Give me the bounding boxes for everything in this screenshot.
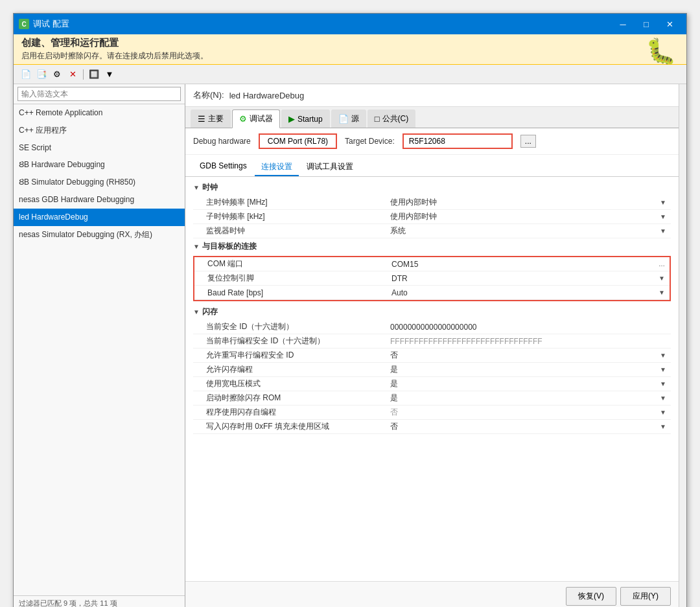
toolbar-delete-button[interactable]: ✕ (65, 67, 80, 82)
prop-name-wide-voltage: 使用宽电压模式 (193, 377, 388, 391)
group-header-clock[interactable]: ▼ 时钟 (193, 179, 671, 196)
hardware-value: COM Port (RL78) (259, 133, 337, 149)
config-name-value: led HardwareDebug (229, 91, 305, 100)
restore-button[interactable]: 恢复(V) (566, 587, 616, 606)
tab-common[interactable]: □ 公共(C) (368, 109, 416, 128)
prop-value-current-security-id: 00000000000000000000 (388, 321, 655, 333)
prop-value-main-clock: 使用内部时钟 (388, 196, 655, 209)
settings-tab-tools[interactable]: 调试工具设置 (300, 159, 360, 176)
prop-arrow-self-prog[interactable]: ▼ (655, 409, 671, 416)
bug-icon: 🐛 (646, 37, 676, 65)
sidebar-item-nesas-sim[interactable]: nesas Simulator Debugging (RX, 办组) (14, 226, 185, 244)
group-label-connection: 与目标板的连接 (202, 241, 257, 252)
sidebar-filter-area (14, 84, 185, 104)
sidebar-item-ob-hw-debug[interactable]: ȢB Hardware Debugging (14, 156, 185, 174)
apply-button[interactable]: 应用(Y) (620, 587, 671, 606)
prop-arrow-watchdog-clock[interactable]: ▼ (655, 227, 671, 235)
prop-name-serial-security-id: 当前串行编程安全 ID（十六进制） (193, 334, 388, 348)
window-icon: C (19, 19, 29, 29)
info-bar-title: 创建、管理和运行配置 (21, 37, 679, 49)
tab-common-label: 公共(C) (382, 113, 409, 124)
tab-startup-label: Startup (298, 115, 323, 124)
tab-common-icon: □ (375, 114, 380, 124)
sidebar-filter-input[interactable] (18, 87, 181, 101)
prop-arrow-allow-flash-prog[interactable]: ▼ (655, 366, 671, 373)
sidebar-item-led-hw-debug[interactable]: led HardwareDebug (14, 209, 185, 226)
prop-value-serial-security-id: FFFFFFFFFFFFFFFFFFFFFFFFFFFFFFFF (388, 336, 655, 347)
prop-arrow-sub-clock[interactable]: ▼ (655, 213, 671, 220)
group-header-flash[interactable]: ▼ 闪存 (193, 304, 671, 320)
prop-arrow-wide-voltage[interactable]: ▼ (655, 380, 671, 387)
prop-name-fill-ff: 写入闪存时用 0xFF 填充未使用区域 (193, 420, 388, 433)
prop-value-allow-flash-prog: 是 (388, 363, 655, 376)
prop-row-current-security-id: 当前安全 ID（十六进制） 00000000000000000000 (193, 320, 671, 334)
group-header-connection[interactable]: ▼ 与目标板的连接 (193, 238, 671, 255)
prop-name-main-clock: 主时钟频率 [MHz] (193, 196, 388, 209)
prop-row-watchdog-clock: 监视器时钟 系统 ▼ (193, 224, 671, 238)
prop-arrow-erase-on-start[interactable]: ▼ (655, 395, 671, 402)
prop-row-reset-pin: 复位控制引脚 DTR ▼ (194, 271, 670, 286)
settings-tab-gdb[interactable]: GDB Settings (193, 159, 253, 176)
connection-highlight-box: COM 端口 COM15 … 复位控制引脚 DTR ▼ Baud Rate [b… (193, 256, 671, 301)
prop-name-com-port: COM 端口 (194, 257, 389, 271)
toolbar-filter-button[interactable]: 🔲 (87, 67, 101, 82)
settings-tab-connection[interactable]: 连接设置 (255, 159, 299, 176)
sidebar-item-ob-sim-debug[interactable]: ȢB Simulator Debugging (RH850) (14, 174, 185, 191)
prop-row-main-clock: 主时钟频率 [MHz] 使用内部时钟 ▼ (193, 196, 671, 210)
toolbar-dropdown-button[interactable]: ▼ (102, 67, 117, 82)
minimize-button[interactable]: ─ (611, 16, 635, 32)
close-window-button[interactable]: ✕ (658, 16, 681, 32)
tab-main-icon: ☰ (198, 114, 205, 124)
sidebar-item-cpp-remote[interactable]: C++ Remote Application (14, 104, 185, 122)
tab-startup[interactable]: ▶ Startup (281, 109, 330, 128)
prop-name-self-prog: 程序使用闪存自编程 (193, 406, 388, 419)
prop-value-erase-on-start: 是 (388, 391, 655, 405)
prop-row-com-port: COM 端口 COM15 … (194, 257, 670, 271)
target-device-input[interactable] (402, 133, 513, 149)
prop-name-watchdog-clock: 监视器时钟 (193, 224, 388, 238)
prop-value-allow-rewrite-id: 否 (388, 349, 655, 362)
info-bar-subtitle: 启用在启动时擦除闪存。请在连接成功后禁用此选项。 (21, 51, 679, 62)
sidebar: C++ Remote Application C++ 应用程序 SE Scrip… (14, 84, 185, 607)
hardware-label: Debug hardware (193, 137, 251, 146)
tab-source-icon: 📄 (338, 114, 349, 124)
prop-value-reset-pin: DTR (389, 273, 654, 284)
prop-arrow-allow-rewrite-id[interactable]: ▼ (655, 352, 671, 359)
maximize-button[interactable]: □ (635, 16, 658, 32)
title-bar-buttons: ─ □ ✕ (611, 16, 681, 32)
tab-debugger[interactable]: ⚙ 调试器 (232, 109, 280, 128)
prop-row-self-prog: 程序使用闪存自编程 否 ▼ (193, 406, 671, 420)
prop-row-allow-rewrite-id: 允许重写串行编程安全 ID 否 ▼ (193, 349, 671, 363)
title-bar-left: C 调试 配置 (19, 18, 69, 30)
prop-name-current-security-id: 当前安全 ID（十六进制） (193, 320, 388, 334)
sidebar-item-nesas-gdb[interactable]: nesas GDB Hardware Debugging (14, 191, 185, 209)
prop-name-allow-flash-prog: 允许闪存编程 (193, 363, 388, 376)
config-name-row: 名称(N): led HardwareDebug (185, 84, 679, 107)
settings-tabs: GDB Settings 连接设置 调试工具设置 (185, 155, 679, 177)
sidebar-item-se-script[interactable]: SE Script (14, 139, 185, 157)
prop-value-baud-rate: Auto (389, 287, 654, 299)
prop-row-serial-security-id: 当前串行编程安全 ID（十六进制） FFFFFFFFFFFFFFFFFFFFFF… (193, 334, 671, 349)
tab-source[interactable]: 📄 源 (331, 109, 366, 128)
prop-arrow-baud-rate[interactable]: ▼ (654, 289, 670, 296)
prop-arrow-fill-ff[interactable]: ▼ (655, 423, 671, 430)
prop-arrow-com-port[interactable]: … (654, 260, 670, 268)
target-device-ellipsis-button[interactable]: ... (520, 135, 536, 148)
group-label-flash: 闪存 (202, 306, 218, 317)
sidebar-item-cpp-app[interactable]: C++ 应用程序 (14, 122, 185, 139)
tab-debugger-label: 调试器 (250, 113, 273, 124)
toolbar-new-button[interactable]: 📄 (19, 67, 33, 82)
tab-main[interactable]: ☰ 主要 (191, 109, 231, 128)
prop-arrow-reset-pin[interactable]: ▼ (654, 275, 670, 282)
toolbar-separator-1 (83, 69, 84, 80)
prop-value-sub-clock: 使用内部时钟 (388, 210, 655, 223)
connection-expand-icon: ▼ (193, 243, 200, 250)
title-bar: C 调试 配置 ─ □ ✕ (14, 14, 686, 34)
prop-value-self-prog: 否 (388, 406, 655, 419)
scrollbar-right[interactable] (679, 84, 686, 607)
sidebar-list: C++ Remote Application C++ 应用程序 SE Scrip… (14, 104, 185, 595)
toolbar-settings-button[interactable]: ⚙ (50, 67, 64, 82)
prop-arrow-main-clock[interactable]: ▼ (655, 199, 671, 206)
toolbar-copy-button[interactable]: 📑 (34, 67, 49, 82)
info-bar-wrapper: 创建、管理和运行配置 启用在启动时擦除闪存。请在连接成功后禁用此选项。 🐛 (14, 34, 686, 65)
